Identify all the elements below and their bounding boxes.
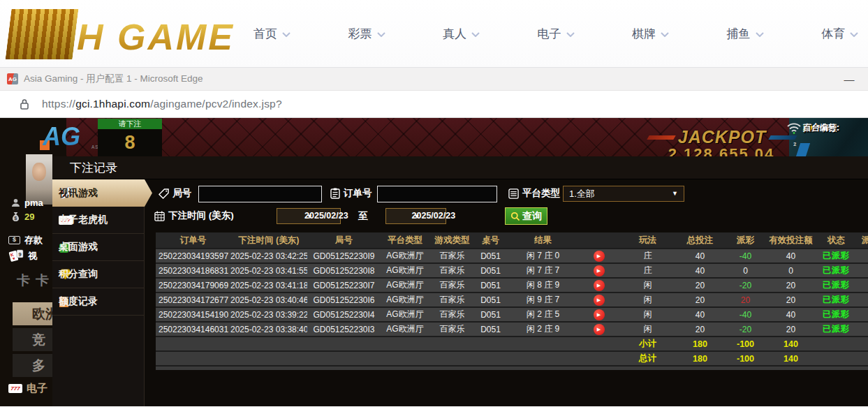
status-badge: 已派彩 [814,323,859,335]
play-video-icon[interactable]: ▶ [594,295,605,306]
play-video-icon[interactable]: ▶ [594,309,605,320]
url-scheme: https:// [42,98,75,110]
ag-favicon-icon: AG [7,73,18,84]
bet-records-table: 订单号下注时间 (美东) 局号平台类型 游戏类型桌号 结果 玩法总投注 派彩有效… [156,232,868,370]
nav-label: 彩票 [348,26,372,42]
panel-title: 下注记录 [52,156,868,179]
moneybag-icon: $ [11,212,20,222]
rail-balance: $ 29 [11,212,34,222]
nav-label: 棋牌 [632,26,656,42]
table-footer-strip [156,365,868,370]
table-row: 2502230341935972025-02-23 03:42:25 GD051… [156,248,868,262]
table-row: 2502230341726772025-02-23 03:40:46 GD051… [156,292,868,306]
jackpot-blue-stripe [769,135,797,140]
server-list-icon [508,188,519,199]
menu-label: 额度记录 [59,295,98,308]
nav-label: 捕鱼 [727,26,751,42]
nav-item-fishing[interactable]: 捕鱼 [727,26,764,42]
status-badge: 已派彩 [814,309,859,320]
menu-item-slots[interactable]: 777 电子老虎机 [52,207,144,234]
round-input[interactable] [198,186,322,202]
game-viewport: AG ASIA GAMING 请下注 8 JACKPOT 2,128,655.0… [0,118,868,406]
table-row: 2502230341790692025-02-23 03:41:18 GD051… [156,277,868,292]
play-video-icon[interactable]: ▶ [594,280,605,291]
nav-label: 电子 [538,26,561,42]
browser-titlebar: AG Asia Gaming - 用户配置 1 - Microsoft Edge… [0,68,868,91]
nav-label: 真人 [443,26,466,42]
order-input[interactable] [377,186,497,202]
order-filter-label: 订单号 [330,187,372,200]
tag-icon [159,188,169,199]
nav-item-sports[interactable]: 体育 [821,26,858,42]
chevron-down-icon [282,32,290,37]
query-button[interactable]: 查询 [505,207,547,225]
rail-tab-egame[interactable]: 777 电子 [8,382,47,395]
menu-label: 桌面游戏 [59,241,98,253]
site-header: H GAME 首页 彩票 真人 电子 棋牌 [0,0,868,68]
table-row: 2502230341868312025-02-23 03:41:55 GD051… [156,262,868,277]
nav-label: 首页 [253,26,277,42]
status-badge: 已派彩 [814,265,859,276]
platform-filter-label: 平台类型 [508,187,560,200]
ag-logo-text: AG [43,122,80,151]
nav-item-live[interactable]: 真人 [443,26,480,42]
chevron-down-icon [471,32,480,37]
person-icon [11,198,20,207]
date-to-select[interactable]: 2025/02/23▼ [385,208,446,224]
address-field[interactable]: https://gci.1hhapi.com/agingame/pcv2/ind… [42,98,282,110]
table-row: 2502230341460312025-02-23 03:38:40 GD051… [156,321,868,336]
status-badge: 已派彩 [814,279,859,291]
bet-timer-countdown: 8 [98,129,162,156]
menu-item-credit-records[interactable]: 额度记录 [52,288,144,316]
url-domain: gci.1hhapi.com [75,98,150,110]
jackpot-banner: JACKPOT 2,128,655.04 [648,127,796,158]
calendar-icon [154,211,165,221]
screen: H GAME 首页 彩票 真人 电子 棋牌 [0,0,868,407]
nav-item-home[interactable]: 首页 [253,26,290,42]
cards-icon: K♥9 [8,249,24,263]
rail-section-label: 卡卡 [17,272,54,290]
play-video-icon[interactable]: ▶ [594,265,605,276]
chevron-down-icon [377,32,385,37]
menu-item-points-query[interactable]: 积分查询 [52,261,144,288]
site-logo[interactable]: H GAME [8,2,239,65]
nav-item-cards[interactable]: 棋牌 [632,26,669,42]
browser-urlbar: https://gci.1hhapi.com/agingame/pcv2/ind… [0,91,868,118]
logo-text: H GAME [77,9,235,65]
platform-select[interactable]: 1.全部 ▼ [563,186,684,202]
jackpot-label: JACKPOT [678,127,766,147]
bet-time-filter-label: 下注时间 (美东) [154,209,234,222]
menu-label: 电子老虎机 [59,214,108,226]
nav-item-slots[interactable]: 电子 [538,26,575,42]
date-to-value: 2025/02/23 [412,209,456,223]
nav-label: 体育 [821,26,845,42]
total-row: 总计 180 -100 140 [156,350,868,365]
deposit-button[interactable]: $ 存款 [8,234,43,246]
subtotal-row: 小计 180 -100 140 [156,336,868,350]
slot-777-icon: 777 [8,384,22,393]
platform-select-value: 1.全部 [569,186,595,201]
menu-label: 视讯游戏 [59,187,98,200]
menu-item-video-games[interactable]: K♥9 视讯游戏 [52,179,152,207]
dropdown-arrow-icon: ▼ [672,186,678,201]
jackpot-red-stripe [647,135,675,140]
menu-item-table-games[interactable]: 桌面游戏 [52,234,144,261]
chevron-down-icon [566,32,575,37]
rail-video-games[interactable]: K♥9 视 [8,249,37,263]
round-filter-label: 局号 [159,187,191,200]
deposit-icon: $ [8,236,20,244]
play-video-icon[interactable]: ▶ [594,251,605,262]
table-header-row: 订单号下注时间 (美东) 局号平台类型 游戏类型桌号 结果 玩法总投注 派彩有效… [156,232,868,248]
bet-timer: 请下注 8 [98,119,162,156]
chevron-down-icon [756,32,764,37]
lock-icon[interactable] [20,98,29,110]
url-path: /agingame/pcv2/index.jsp? [150,98,282,110]
main-nav: 首页 彩票 真人 电子 棋牌 捕鱼 [253,26,868,42]
panel-content: 局号 订单号 平台类型 1.全部 ▼ 下注时间 (美东) 20 [145,179,868,406]
nav-item-lottery[interactable]: 彩票 [348,26,385,42]
date-from-select[interactable]: 2025/02/23▼ [277,208,341,224]
status-badge: 已派彩 [814,250,859,262]
minimize-button[interactable]: — [837,73,861,85]
status-badge: 已派彩 [814,294,859,306]
play-video-icon[interactable]: ▶ [594,324,605,335]
